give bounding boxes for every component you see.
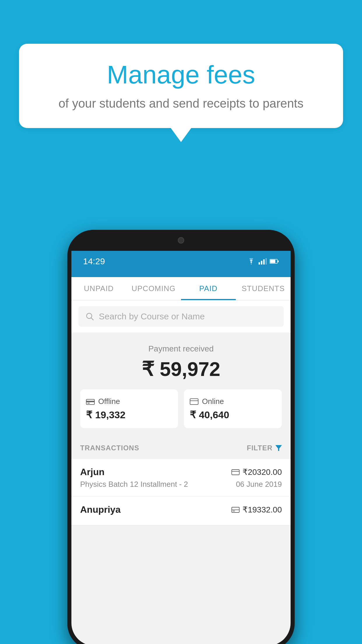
svg-rect-16 (232, 470, 239, 475)
bubble-subtitle: of your students and send receipts to pa… (36, 97, 326, 111)
online-card-header: Online (190, 397, 276, 406)
search-placeholder: Search by Course or Name (99, 312, 205, 321)
transactions-label: TRANSACTIONS (80, 444, 139, 452)
filter-icon (275, 445, 282, 451)
svg-rect-3 (266, 258, 267, 265)
table-row: Anupriya ₹19332.00 (71, 497, 291, 525)
tab-upcoming[interactable]: UPCOMING (126, 277, 181, 300)
filter-button[interactable]: FILTER (247, 444, 282, 452)
online-card: Online ₹ 40,640 (184, 389, 282, 428)
transaction-date: 06 June 2019 (236, 480, 282, 489)
payment-cards: Offline ₹ 19,332 Online ₹ 40,640 (80, 389, 282, 428)
svg-rect-6 (278, 260, 279, 262)
signal-icon (259, 258, 267, 265)
status-time: 14:29 (83, 256, 105, 266)
transaction-name: Arjun (80, 467, 105, 477)
svg-rect-19 (232, 509, 239, 510)
svg-line-9 (91, 318, 94, 320)
tab-students[interactable]: STUDENTS (236, 277, 291, 300)
battery-icon (270, 259, 279, 264)
online-type: Online (202, 397, 224, 406)
transactions-header: TRANSACTIONS FILTER (71, 437, 291, 459)
payment-received-label: Payment received (80, 344, 282, 354)
transaction-row1: Arjun ₹20320.00 (80, 467, 282, 477)
tab-unpaid[interactable]: UNPAID (71, 277, 126, 300)
transaction-list: Arjun ₹20320.00 Physics Batch 12 Install… (71, 459, 291, 525)
offline-amount: ₹ 19,332 (86, 409, 172, 421)
transaction-amount-row-2: ₹19332.00 (231, 505, 282, 514)
svg-marker-15 (275, 445, 282, 451)
transaction-course: Physics Batch 12 Installment - 2 (80, 480, 188, 489)
payment-amount: ₹ 59,972 (80, 358, 282, 381)
transaction-amount-2: ₹19332.00 (242, 505, 282, 514)
status-icons (247, 258, 279, 265)
svg-rect-11 (86, 401, 94, 402)
offline-payment-icon (231, 506, 240, 513)
search-bar[interactable]: Search by Course or Name (78, 306, 284, 327)
transaction-name-2: Anupriya (80, 504, 121, 515)
notch-cutout (152, 233, 210, 247)
svg-rect-0 (259, 262, 260, 265)
search-container: Search by Course or Name (71, 300, 291, 332)
offline-card-header: Offline (86, 397, 172, 406)
table-row: Arjun ₹20320.00 Physics Batch 12 Install… (71, 459, 291, 497)
payment-summary: Payment received ₹ 59,972 Offline ₹ 19,3… (71, 332, 291, 437)
online-amount: ₹ 40,640 (190, 409, 276, 421)
transaction-row2: Physics Batch 12 Installment - 2 06 June… (80, 480, 282, 489)
front-camera (178, 237, 184, 244)
svg-rect-1 (261, 261, 262, 265)
svg-rect-5 (270, 260, 275, 263)
offline-type: Offline (98, 397, 120, 406)
svg-rect-20 (233, 511, 235, 511)
wifi-icon (247, 258, 256, 265)
phone-frame: 14:29 (67, 230, 295, 644)
offline-card: Offline ₹ 19,332 (80, 389, 178, 428)
phone-screen: 14:29 (71, 251, 291, 644)
transaction-row1-2: Anupriya ₹19332.00 (80, 504, 282, 515)
svg-rect-2 (263, 259, 265, 265)
svg-rect-13 (190, 399, 198, 405)
transaction-amount: ₹20320.00 (242, 467, 282, 477)
svg-rect-12 (87, 403, 90, 404)
online-icon (190, 398, 198, 405)
status-bar: 14:29 (71, 251, 291, 272)
phone-notch (67, 230, 295, 251)
tabs-bar: UNPAID UPCOMING PAID STUDENTS (71, 277, 291, 300)
search-icon (85, 312, 94, 321)
transaction-amount-row: ₹20320.00 (231, 467, 282, 477)
tab-paid[interactable]: PAID (181, 277, 236, 300)
filter-label: FILTER (247, 444, 273, 452)
bubble-title: Manage fees (36, 60, 326, 90)
offline-icon (86, 398, 95, 405)
speech-bubble: Manage fees of your students and send re… (19, 44, 343, 128)
online-payment-icon (231, 469, 240, 475)
